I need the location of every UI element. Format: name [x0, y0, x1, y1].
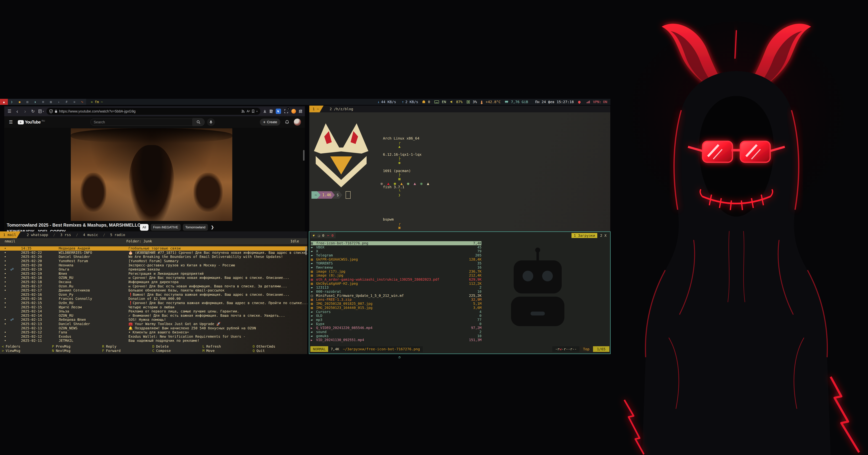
tab-downloads[interactable]: 1 Загрузки	[571, 233, 597, 238]
file-row[interactable]: image (8).jpg 212,4K	[311, 273, 482, 278]
extensions-puzzle-icon[interactable]	[299, 109, 302, 113]
workspace-icon[interactable]: ▤	[24, 99, 31, 105]
message-row[interactable]: • 14:35 Медведев Андрей Глобальные торго…	[0, 246, 307, 251]
message-row[interactable]: • 2025-02-18 Оксана Информация для дирек…	[0, 280, 307, 284]
message-row[interactable]: • 2025-02-16 Frances Connolly Donation o…	[0, 297, 307, 301]
mic-button[interactable]	[207, 118, 215, 126]
youtube-logo[interactable]: YouTube RU	[18, 120, 45, 125]
file-row[interactable]: GkC0yLaXgAAP-H2.jpeg 112,2K	[311, 282, 482, 286]
message-row[interactable]: • 2025-02-12 Exodus Exodus Wallet: New V…	[0, 334, 307, 338]
filter-chip[interactable]: From iNEGATIVE	[151, 224, 181, 231]
file-row[interactable]: Пингвины 16	[311, 265, 482, 269]
file-row[interactable]: OLD 0	[311, 314, 482, 318]
file-row[interactable]: Q_VIDEO_20241220_085546.mp4 97,2M	[311, 326, 482, 330]
tab-item[interactable]: 3 rss	[51, 233, 73, 237]
file-row[interactable]: oth_A_ardor-gaming-wakizashi_instrukcia_…	[311, 278, 482, 282]
mail-scrollbar[interactable]	[305, 247, 307, 255]
workspace-icon[interactable]: ❯	[8, 99, 16, 105]
file-row[interactable]: free-icon-bot-7167276.png 7,4K	[311, 241, 482, 245]
bookmark-icon[interactable]	[252, 109, 254, 113]
file-row[interactable]: Буря 0	[311, 322, 482, 326]
chips-more-icon[interactable]: ❯	[211, 225, 214, 230]
download-icon[interactable]	[263, 109, 267, 113]
message-row[interactable]: • 2025-02-15 Идите Лесом Четыре истории …	[0, 305, 307, 309]
translate-icon[interactable]: Aᶻ	[247, 109, 250, 113]
hand-pointer-icon[interactable]: ☛	[313, 233, 315, 238]
message-row[interactable]: 2025-02-13 OZON_NEWS 🔔 Поздравляем! Вам …	[0, 326, 307, 330]
file-row[interactable]: X 79	[311, 249, 482, 253]
file-row[interactable]: mp3 77	[311, 318, 482, 322]
message-row[interactable]: • 2025-02-13 Daniel Shnaider 🧰 Your Warm…	[0, 322, 307, 326]
message-row[interactable]: 2025-02-14 OZON_RU ✓ Внимание! Для Вас е…	[0, 314, 307, 318]
file-row[interactable]: Lens-FREE-1.3.zip 32,9M	[311, 298, 482, 302]
tab-other[interactable]: 2 X	[599, 233, 608, 238]
workspace-icon[interactable]: ↓	[55, 99, 63, 105]
bookmark-caret-icon[interactable]: ▾	[256, 110, 257, 113]
reload-icon[interactable]: ↻	[30, 109, 36, 114]
workspace-icon[interactable]: ▨	[47, 99, 55, 105]
message-row[interactable]: • 2025-02-22 WILDBERRIES-INFO 🎂 (ИЗВЕЩЕН…	[0, 251, 307, 255]
video-player[interactable]	[71, 128, 232, 221]
message-row[interactable]: • 2025-02-20 Неонила Экспресс-доставка г…	[0, 263, 307, 267]
file-row[interactable]: image (17).jpg 236,7K	[311, 269, 482, 273]
file-row[interactable]: sound 2	[311, 330, 482, 334]
file-row[interactable]: GkFPR-GXUAACWSS.jpeg 128,4K	[311, 257, 482, 261]
tab-blog[interactable]: 2 /h/z/blog	[327, 107, 355, 111]
reader-mode-icon[interactable]: ▾	[38, 109, 44, 113]
message-row[interactable]: • 2025-02-17 Даниил Сотников Большое обн…	[0, 288, 307, 293]
forward-icon[interactable]: ›	[23, 108, 28, 114]
filter-chip[interactable]: Tomorrowland	[183, 224, 208, 231]
message-row[interactable]: • 2025-02-11 JETMAIL Ваш надежный подряд…	[0, 338, 307, 343]
message-row[interactable]: • 2025-02-12 Гала • Клиенты для вашего б…	[0, 330, 307, 334]
pointer-extension-icon[interactable]	[276, 108, 281, 114]
message-row[interactable]: • 2025-02-20 Daniel Shnaider We Are Brea…	[0, 255, 307, 259]
file-row[interactable]: gomuks 10	[311, 334, 482, 338]
workspace-icon[interactable]: ▲	[0, 99, 8, 105]
message-row[interactable]: • ☍ 2025-02-19 Ольга приведем заказы	[0, 267, 307, 271]
back-icon[interactable]: ‹	[14, 108, 20, 114]
message-row[interactable]: • 2025-02-17 Ozon.Ru ✉ Срочно! Для Вас е…	[0, 284, 307, 288]
workspace-icon[interactable]: ⊞	[39, 99, 47, 105]
workspace-icon[interactable]: ◗	[31, 99, 39, 105]
notifications-bell-icon[interactable]	[285, 120, 289, 124]
menu-icon[interactable]: ☰	[7, 109, 12, 114]
shield-icon[interactable]	[49, 109, 53, 113]
tab-mail[interactable]: 1 mail	[0, 231, 21, 238]
lock-icon[interactable]	[55, 109, 58, 113]
workspace-icon[interactable]: #	[63, 99, 70, 105]
search-button[interactable]	[193, 118, 205, 126]
url-bar[interactable]: https://www.youtube.com/watch?v=5b8A-jgx…	[46, 108, 260, 115]
tab-item[interactable]: 2 whatsapp	[24, 233, 51, 237]
file-row[interactable]: TORRENTS 35	[311, 261, 482, 265]
tab-item[interactable]: 4 music	[73, 233, 100, 237]
url-text[interactable]: https://www.youtube.com/watch?v=5b8A-jgx…	[59, 109, 240, 113]
file-row[interactable]: IMG_20250123_164440_015.jpg 3,6M	[311, 306, 482, 310]
tab-item[interactable]: 5 radio	[100, 233, 127, 237]
message-row[interactable]: • 2025-02-15 OzOn_RU ❗Срочно! Для Вас по…	[0, 301, 307, 305]
filter-chip[interactable]: All	[140, 224, 149, 231]
youtube-menu-icon[interactable]: ☰	[8, 120, 13, 125]
message-row[interactable]: 2025-02-16 Ozon_Py ❗Важно! Для Вас посту…	[0, 293, 307, 297]
file-row[interactable]: MiniFuse1_Firmware_Update_1_5_0_212_win.…	[311, 294, 482, 298]
message-row[interactable]: 2025-02-14 Эльза Реклама от первого лица…	[0, 309, 307, 314]
library-icon[interactable]	[269, 109, 273, 113]
file-row[interactable]: 000-razobrat 10	[311, 290, 482, 294]
message-row[interactable]: • 2025-02-18 OZON_RU ✉ Срочно! Для Вас п…	[0, 276, 307, 280]
tab-home[interactable]: 1 ~	[309, 105, 323, 112]
create-button[interactable]: + Create	[260, 119, 280, 126]
rss-icon[interactable]	[241, 109, 245, 113]
browser-scrollbar[interactable]	[303, 150, 305, 161]
file-row[interactable]: VBOX 45	[311, 245, 482, 249]
screenshot-icon[interactable]: ✕	[283, 108, 289, 114]
message-row[interactable]: • 2025-02-20 YunoHost Forum [YunoHost Fo…	[0, 259, 307, 263]
search-input[interactable]: Search	[90, 119, 193, 126]
terminal-cursor[interactable]	[346, 191, 350, 199]
file-row[interactable]: Telegram 205	[311, 253, 482, 257]
adblock-extension-icon[interactable]	[291, 109, 296, 113]
workspace-icon[interactable]: ≡	[70, 99, 78, 105]
file-row[interactable]: Cursors 4	[311, 310, 482, 314]
file-row[interactable]: IMG_20250128_091825_007.jpg 5,1M	[311, 302, 482, 306]
workspace-icon[interactable]: ∿	[78, 99, 86, 105]
message-row[interactable]: • ☍ 2025-02-13 Лебедева Юлия SOS! Нужна …	[0, 318, 307, 322]
message-row[interactable]: • 2025-02-19 Юлия Регистрация и Ликвидац…	[0, 271, 307, 276]
